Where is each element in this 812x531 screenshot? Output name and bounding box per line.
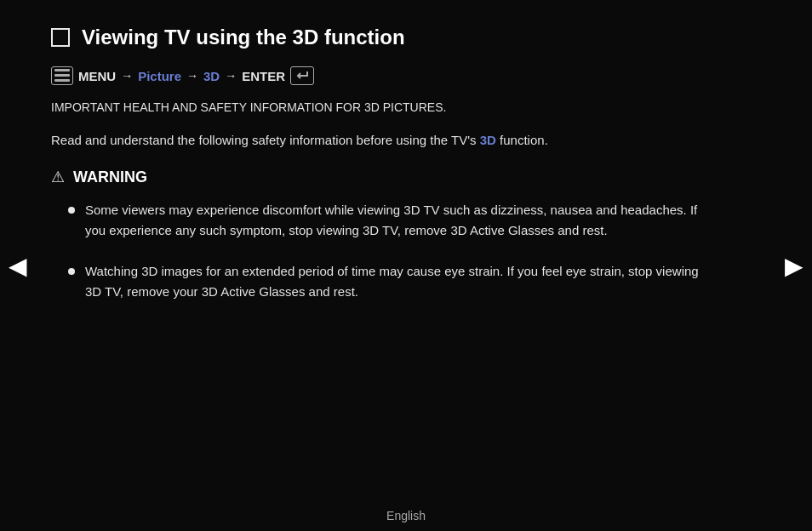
- list-item: Watching 3D images for an extended perio…: [68, 261, 715, 302]
- svg-rect-0: [54, 69, 70, 71]
- warning-icon: ⚠: [51, 168, 65, 186]
- arrow-3: →: [225, 69, 237, 83]
- nav-left-button[interactable]: ◀: [9, 252, 27, 280]
- arrow-1: →: [121, 69, 133, 83]
- page-title: Viewing TV using the 3D function: [82, 26, 405, 49]
- menu-row: MENU → Picture → 3D → ENTER: [51, 66, 715, 85]
- footer-language: English: [386, 509, 426, 522]
- menu-link-3d[interactable]: 3D: [203, 69, 220, 83]
- enter-label: ENTER: [242, 69, 285, 83]
- bullet-dot: [68, 268, 75, 275]
- page-content: Viewing TV using the 3D function MENU → …: [0, 0, 766, 357]
- bullet-dot: [68, 207, 75, 214]
- warning-row: ⚠ WARNING: [51, 168, 715, 186]
- menu-icon: [51, 66, 73, 85]
- bullet-list: Some viewers may experience discomfort w…: [51, 200, 715, 302]
- list-item: Some viewers may experience discomfort w…: [68, 200, 715, 241]
- svg-rect-2: [54, 79, 70, 82]
- svg-rect-1: [54, 74, 70, 77]
- menu-label: MENU: [78, 69, 116, 83]
- important-notice: IMPORTANT HEALTH AND SAFETY INFORMATION …: [51, 99, 715, 117]
- enter-icon: [290, 66, 314, 85]
- checkbox-icon: [51, 28, 70, 47]
- 3d-highlight: 3D: [480, 133, 496, 147]
- title-row: Viewing TV using the 3D function: [51, 26, 715, 49]
- bullet-text-1: Some viewers may experience discomfort w…: [85, 200, 715, 241]
- description-text: Read and understand the following safety…: [51, 130, 715, 151]
- arrow-2: →: [186, 69, 198, 83]
- bullet-text-2: Watching 3D images for an extended perio…: [85, 261, 715, 302]
- nav-right-button[interactable]: ▶: [785, 252, 803, 280]
- menu-link-picture[interactable]: Picture: [138, 69, 181, 83]
- warning-label: WARNING: [73, 168, 147, 186]
